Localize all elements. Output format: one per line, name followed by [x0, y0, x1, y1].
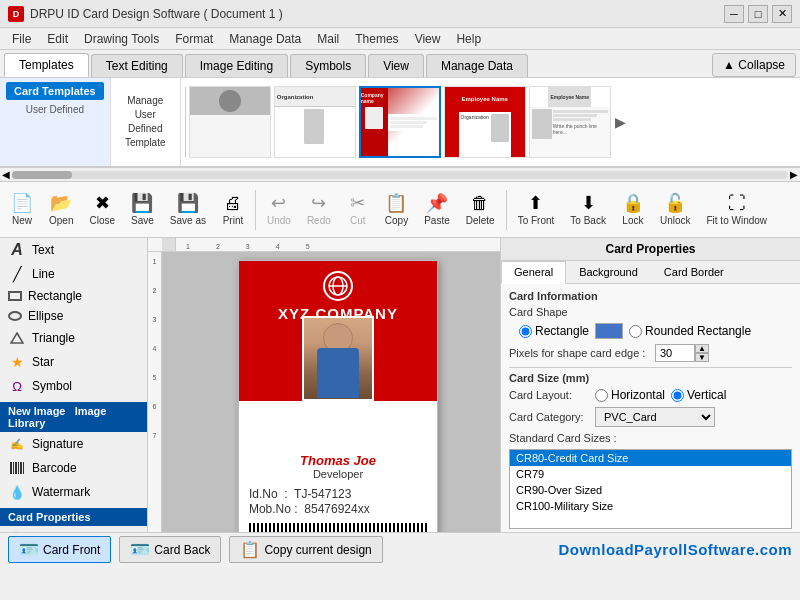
- toolbar-icon-unlock: 🔓: [664, 193, 686, 215]
- vertical-radio-input[interactable]: [671, 389, 684, 402]
- window-controls[interactable]: ─ □ ✕: [724, 5, 792, 23]
- card-properties-header[interactable]: Card Properties: [0, 508, 147, 526]
- tool-signature[interactable]: ✍ Signature: [0, 432, 147, 456]
- menu-item-edit[interactable]: Edit: [39, 30, 76, 48]
- ribbon-scrollbar[interactable]: ◀ ▶: [0, 168, 800, 182]
- tool-text[interactable]: A Text: [0, 238, 147, 262]
- color-swatch[interactable]: [595, 323, 623, 339]
- minimize-button[interactable]: ─: [724, 5, 744, 23]
- list-item-cr90[interactable]: CR90-Over Sized: [510, 482, 791, 498]
- menu-item-themes[interactable]: Themes: [347, 30, 406, 48]
- standard-sizes-list[interactable]: CR80-Credit Card Size CR79 CR90-Over Siz…: [509, 449, 792, 529]
- tab-text-editing[interactable]: Text Editing: [91, 54, 183, 77]
- tab-background[interactable]: Background: [566, 261, 651, 283]
- symbol-icon: Ω: [8, 377, 26, 395]
- tool-rectangle[interactable]: Rectangle: [0, 286, 147, 306]
- list-item-cr79[interactable]: CR79: [510, 466, 791, 482]
- template-thumb-4[interactable]: Employee Name Organization: [444, 86, 526, 158]
- rounded-radio[interactable]: Rounded Rectangle: [629, 324, 751, 338]
- template-thumb-1[interactable]: [189, 86, 271, 158]
- rect-radio-input[interactable]: [519, 325, 532, 338]
- tool-triangle[interactable]: Triangle: [0, 326, 147, 350]
- tab-symbols[interactable]: Symbols: [290, 54, 366, 77]
- toolbar-btn-new[interactable]: 📄New: [4, 190, 40, 230]
- svg-rect-2: [13, 462, 14, 474]
- pixels-spinner-btns[interactable]: ▲ ▼: [695, 344, 709, 362]
- scroll-right-arrow[interactable]: ▶: [790, 169, 798, 180]
- tool-ellipse[interactable]: Ellipse: [0, 306, 147, 326]
- template-thumb-3[interactable]: Company name: [359, 86, 441, 158]
- text-icon: A: [8, 241, 26, 259]
- menu-item-format[interactable]: Format: [167, 30, 221, 48]
- gallery-scroll-right[interactable]: ▶: [614, 114, 628, 130]
- vertical-radio[interactable]: Vertical: [671, 388, 726, 402]
- tool-card-background-label: Card Background: [32, 531, 125, 532]
- horizontal-radio[interactable]: Horizontal: [595, 388, 665, 402]
- card-templates-btn[interactable]: Card Templates: [6, 82, 104, 100]
- image-section-header[interactable]: New Image Image Library: [0, 402, 147, 432]
- toolbar-btn-copy[interactable]: 📋Copy: [378, 190, 415, 230]
- tool-line[interactable]: ╱ Line: [0, 262, 147, 286]
- tool-watermark[interactable]: 💧 Watermark: [0, 480, 147, 504]
- menu-item-help[interactable]: Help: [448, 30, 489, 48]
- toolbar-btn-undo[interactable]: ↩Undo: [260, 190, 298, 230]
- tab-manage-data[interactable]: Manage Data: [426, 54, 528, 77]
- pixels-down-btn[interactable]: ▼: [695, 353, 709, 362]
- template-thumb-2[interactable]: Organization: [274, 86, 356, 158]
- tool-card-background[interactable]: 🎨 Card Background: [0, 526, 147, 532]
- toolbar-btn-fit-to-window[interactable]: ⛶Fit to Window: [699, 190, 774, 230]
- toolbar-btn-save[interactable]: 💾Save: [124, 190, 161, 230]
- tool-symbol[interactable]: Ω Symbol: [0, 374, 147, 398]
- pixels-input[interactable]: [655, 344, 695, 362]
- menu-item-manage data[interactable]: Manage Data: [221, 30, 309, 48]
- menu-item-drawing tools[interactable]: Drawing Tools: [76, 30, 167, 48]
- toolbar-btn-open[interactable]: 📂Open: [42, 190, 80, 230]
- scroll-left-arrow[interactable]: ◀: [2, 169, 10, 180]
- tab-image-editing[interactable]: Image Editing: [185, 54, 288, 77]
- menu-item-file[interactable]: File: [4, 30, 39, 48]
- toolbar-btn-delete[interactable]: 🗑Delete: [459, 190, 502, 230]
- tab-view[interactable]: View: [368, 54, 424, 77]
- toolbar-btn-lock[interactable]: 🔒Lock: [615, 190, 651, 230]
- user-defined-label: User Defined: [26, 104, 84, 115]
- close-button[interactable]: ✕: [772, 5, 792, 23]
- horizontal-radio-input[interactable]: [595, 389, 608, 402]
- maximize-button[interactable]: □: [748, 5, 768, 23]
- ruler-vertical: 1 2 3 4 5 6 7: [148, 252, 162, 532]
- list-item-cr100[interactable]: CR100-Military Size: [510, 498, 791, 514]
- card-back-button[interactable]: 🪪 Card Back: [119, 536, 221, 563]
- toolbar-label-to front: To Front: [518, 215, 555, 226]
- rounded-radio-input[interactable]: [629, 325, 642, 338]
- rect-radio[interactable]: Rectangle: [519, 324, 589, 338]
- app-title: DRPU ID Card Design Software ( Document …: [30, 7, 283, 21]
- card-front-button[interactable]: 🪪 Card Front: [8, 536, 111, 563]
- card-category-select[interactable]: PVC_Card: [595, 407, 715, 427]
- toolbar-btn-print[interactable]: 🖨Print: [215, 190, 251, 230]
- tab-card-border[interactable]: Card Border: [651, 261, 737, 283]
- menu-item-mail[interactable]: Mail: [309, 30, 347, 48]
- list-item-cr80[interactable]: CR80-Credit Card Size: [510, 450, 791, 466]
- card-shape-row: Card Shape: [509, 306, 792, 318]
- toolbar-btn-save-as[interactable]: 💾Save as: [163, 190, 213, 230]
- tab-templates[interactable]: Templates: [4, 53, 89, 77]
- toolbar-btn-paste[interactable]: 📌Paste: [417, 190, 457, 230]
- toolbar-btn-cut[interactable]: ✂Cut: [340, 190, 376, 230]
- menu-item-view[interactable]: View: [407, 30, 449, 48]
- tool-barcode[interactable]: Barcode: [0, 456, 147, 480]
- pixels-up-btn[interactable]: ▲: [695, 344, 709, 353]
- canvas-area[interactable]: XYZ COMPANY Thomas Joe Developer: [162, 252, 500, 532]
- collapse-button[interactable]: ▲ Collapse: [712, 53, 796, 77]
- pixels-spinner[interactable]: ▲ ▼: [655, 344, 709, 362]
- toolbar-btn-close[interactable]: ✖Close: [82, 190, 122, 230]
- toolbar-label-redo: Redo: [307, 215, 331, 226]
- toolbar-btn-unlock[interactable]: 🔓Unlock: [653, 190, 698, 230]
- template-thumb-5[interactable]: Employee Name Write the punch line here.…: [529, 86, 611, 158]
- tab-general[interactable]: General: [501, 261, 566, 284]
- tool-barcode-label: Barcode: [32, 461, 77, 475]
- toolbar-btn-to-front[interactable]: ⬆To Front: [511, 190, 562, 230]
- tool-star[interactable]: ★ Star: [0, 350, 147, 374]
- toolbar-separator-12: [506, 190, 507, 230]
- toolbar-btn-redo[interactable]: ↪Redo: [300, 190, 338, 230]
- toolbar-btn-to-back[interactable]: ⬇To Back: [563, 190, 613, 230]
- copy-design-button[interactable]: 📋 Copy current design: [229, 536, 382, 563]
